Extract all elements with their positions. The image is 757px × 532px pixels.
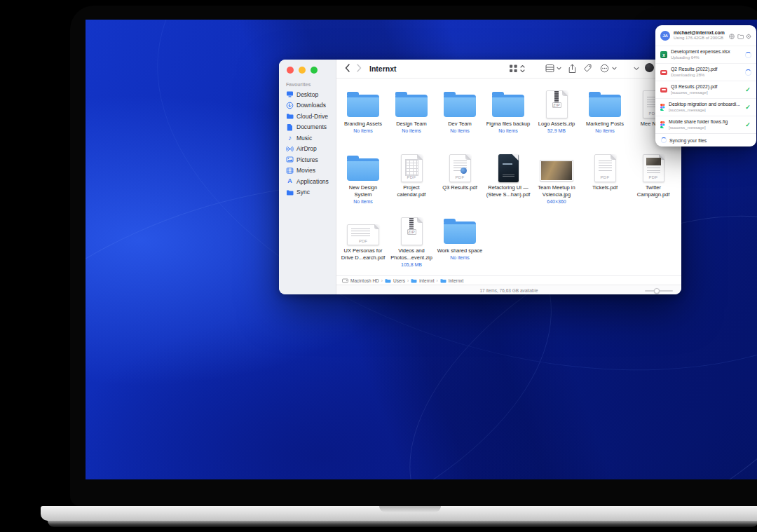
path-segment[interactable]: Users	[393, 278, 405, 283]
folder-icon	[395, 95, 428, 117]
file-grid: Branding AssetsNo items Design TeamNo it…	[336, 79, 681, 275]
file-item[interactable]: Project calendar.pdf	[388, 153, 435, 199]
file-item[interactable]: Team Meetup in Vslencia.jpg640×360	[533, 153, 580, 204]
folder-icon	[347, 158, 379, 181]
airdrop-icon	[286, 145, 294, 153]
widget-footer: Syncing your files	[655, 133, 756, 146]
success-check-icon: ✓	[744, 104, 751, 111]
settings-gear-icon[interactable]	[746, 29, 751, 42]
book-file-icon	[498, 154, 519, 182]
path-separator: ›	[436, 278, 437, 283]
transfer-row[interactable]: x Development expenses.xlsx Uploading 64…	[655, 46, 756, 63]
file-item[interactable]: Tickets.pdf	[582, 153, 628, 192]
file-item[interactable]: Videos and Photos...event.zip105,8 MB	[388, 216, 435, 267]
finder-window: Favourites Desktop Downloads Cloud-Drive…	[279, 60, 681, 294]
globe-icon[interactable]	[729, 29, 735, 42]
file-item[interactable]: Logo Assets.zip52,9 MB	[533, 89, 580, 133]
pdf-file-icon	[594, 154, 616, 182]
folder-icon	[385, 278, 391, 283]
back-button[interactable]	[345, 64, 350, 74]
close-button[interactable]	[287, 67, 294, 74]
file-name: Tickets.pdf	[582, 184, 628, 191]
view-stepper-icon[interactable]	[520, 64, 525, 74]
sidebar-item-label: Applications	[296, 178, 329, 185]
file-meta: No items	[388, 128, 435, 133]
file-item[interactable]: Q3 Results.pdf	[437, 153, 483, 192]
sidebar-item-downloads[interactable]: Downloads	[279, 100, 336, 111]
folder-icon	[347, 95, 379, 117]
forward-button[interactable]	[357, 64, 362, 74]
file-name: Dev Team	[437, 121, 483, 128]
account-avatar-button[interactable]	[645, 63, 654, 72]
path-segment[interactable]: internxt	[419, 278, 434, 283]
sidebar-item-pictures[interactable]: Pictures	[279, 154, 336, 165]
folder-icon	[492, 95, 524, 117]
icon-size-slider[interactable]	[645, 290, 673, 292]
downloads-icon	[286, 102, 294, 109]
sidebar-item-label: Movies	[296, 167, 315, 174]
file-meta: No items	[485, 128, 531, 133]
sidebar-item-sync[interactable]: Sync	[279, 187, 336, 198]
file-item[interactable]: Work shared spaceNo items	[437, 216, 483, 260]
more-actions-button[interactable]	[600, 64, 609, 74]
icon-view-button[interactable]	[509, 64, 518, 74]
path-segment[interactable]: Internxt	[449, 278, 464, 283]
file-item[interactable]: Marketing PostsNo items	[582, 89, 628, 133]
file-meta: No items	[437, 255, 483, 260]
transfer-row[interactable]: Q2 Results (2022).pdf Downloading 28%	[655, 63, 756, 81]
toolbar-overflow-chevron-icon[interactable]	[634, 66, 639, 72]
tag-button[interactable]	[583, 64, 592, 74]
sidebar-item-label: Downloads	[296, 102, 326, 109]
fullscreen-button[interactable]	[311, 67, 318, 74]
file-item[interactable]: Dev TeamNo items	[437, 89, 483, 133]
transfer-file-name: Mobile share folder flows.fig	[669, 119, 741, 125]
file-item[interactable]: Branding AssetsNo items	[340, 89, 386, 133]
file-meta: No items	[340, 199, 386, 204]
folder-icon	[440, 278, 446, 283]
success-check-icon: ✓	[744, 121, 751, 128]
chevron-down-icon[interactable]	[557, 66, 561, 72]
progress-spinner-icon	[745, 69, 751, 76]
sidebar-item-movies[interactable]: Movies	[279, 165, 336, 177]
excel-file-icon: x	[660, 51, 667, 58]
transfer-status: Downloading 28%	[671, 73, 742, 79]
sidebar-item-documents[interactable]: Documents	[279, 122, 336, 133]
share-button[interactable]	[568, 64, 577, 75]
sidebar-item-cloud-drive[interactable]: Cloud-Drive	[279, 111, 336, 122]
transfer-row[interactable]: Mobile share folder flows.fig [success_m…	[655, 116, 756, 133]
zip-file-icon	[401, 217, 423, 245]
file-item[interactable]: Design TeamNo items	[388, 89, 435, 133]
pdf-landscape-file-icon	[347, 224, 379, 245]
file-item[interactable]: New Design SystemNo items	[340, 153, 386, 204]
macbook-base	[41, 506, 757, 521]
file-item[interactable]: UX Personas for Drive D...earch.pdf	[340, 216, 386, 262]
sidebar-item-label: Sync	[296, 189, 310, 196]
file-item[interactable]: Refactoring UI — (Steve S...han).pdf	[485, 153, 531, 199]
folder-icon	[589, 95, 621, 117]
file-meta: 105,8 MB	[388, 262, 435, 267]
sidebar-item-label: Music	[296, 135, 312, 142]
sidebar-item-desktop[interactable]: Desktop	[279, 89, 336, 100]
sidebar-item-applications[interactable]: A Applications	[279, 176, 336, 187]
file-meta: 52,9 MB	[533, 128, 580, 133]
folder-icon	[286, 189, 294, 196]
file-item[interactable]: Twitter Campaign.pdf	[630, 153, 676, 199]
minimize-button[interactable]	[299, 67, 306, 74]
transfer-row[interactable]: Q3 Results (2022).pdf [success_message] …	[655, 81, 756, 98]
folder-icon[interactable]	[737, 29, 744, 42]
sidebar-item-music[interactable]: ♪ Music	[279, 132, 336, 144]
group-view-button[interactable]	[545, 64, 554, 74]
path-segment[interactable]: Macintosh HD	[350, 278, 379, 283]
chevron-down-icon[interactable]	[612, 66, 617, 72]
file-name: Figma files backup	[485, 121, 531, 128]
storage-usage: Using 176.42GB of 200GB	[674, 36, 725, 41]
transfer-row[interactable]: Desktop migration and onboardi... [succe…	[655, 98, 756, 116]
file-item[interactable]: Figma files backupNo items	[485, 89, 531, 133]
sidebar-item-label: Desktop	[296, 91, 318, 98]
sidebar-item-airdrop[interactable]: AirDrop	[279, 144, 336, 155]
sidebar-section-label: Favourites	[286, 82, 336, 87]
file-name: Branding Assets	[340, 121, 386, 128]
file-name: Q3 Results.pdf	[437, 184, 483, 191]
slider-knob[interactable]	[654, 288, 660, 294]
avatar: JA	[660, 31, 670, 41]
